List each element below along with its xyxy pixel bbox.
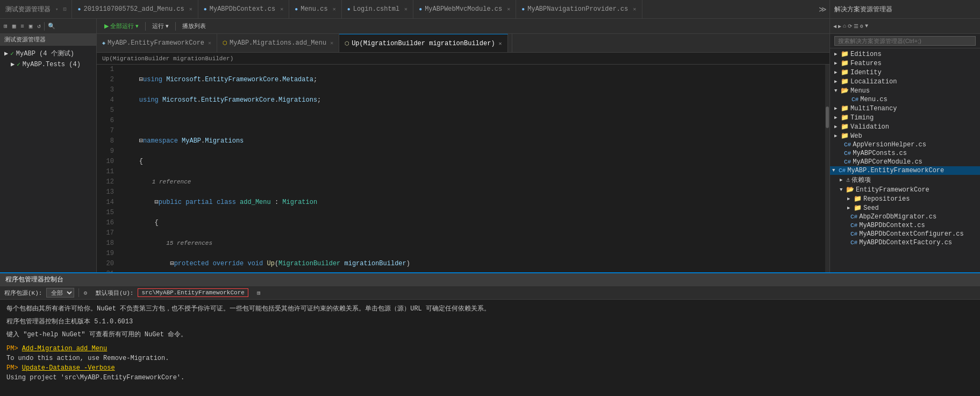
test-item-myabptests[interactable]: ▶ ✓ MyABP.Tests (4) xyxy=(2,59,94,69)
settings-icon[interactable]: ⚙ xyxy=(83,289,87,296)
test-item-myabp[interactable]: ▶ ✓ MyABP (4 个测试) xyxy=(2,48,94,59)
tree-item-seed[interactable]: ▶ 📁 Seed xyxy=(830,203,980,213)
test-panel-content: ▶ ✓ MyABP (4 个测试) ▶ ✓ MyABP.Tests (4) xyxy=(0,46,96,272)
code-line-1: ⊟using Microsoft.EntityFrameworkCore.Met… xyxy=(124,75,820,85)
solution-toolbar-forward[interactable]: ▶ xyxy=(838,23,841,30)
tree-item-identity[interactable]: ▶ 📁 Identity xyxy=(830,68,980,77)
bottom-panel-title: 程序包管理器控制台 xyxy=(5,275,63,284)
tree-item-timing[interactable]: ▶ 📁 Timing xyxy=(830,113,980,122)
tree-item-efcore-project[interactable]: ▼ C# MyABP.EntityFrameworkCore xyxy=(830,166,980,175)
folder-icon: 📁 xyxy=(841,68,849,76)
tab-close[interactable]: ✕ xyxy=(333,6,336,12)
toolbar-icon-3[interactable]: ≡ xyxy=(19,22,26,31)
tree-item-abpzeromigrator[interactable]: C# AbpZeroDbMigrator.cs xyxy=(830,213,980,221)
tree-item-multitenancy[interactable]: ▶ 📁 MultiTenancy xyxy=(830,104,980,113)
bottom-panel: 程序包管理器控制台 程序包源(K): 全部 ⚙ 默认项目(U): src\MyA… xyxy=(0,272,980,396)
close-icon[interactable]: ✕ xyxy=(208,40,211,46)
close-icon[interactable]: ✕ xyxy=(330,40,333,46)
tab-close[interactable]: ⊡ xyxy=(63,6,66,12)
test-panel-header: 测试资源管理器 xyxy=(0,34,96,46)
run-all-icon: ▶ xyxy=(104,23,109,30)
expand-arrow: ▶ xyxy=(834,105,840,111)
editor-tab-migration[interactable]: ⬡ MyABP.Migrations.add_Menu ✕ xyxy=(217,34,339,52)
playlist-button[interactable]: 播放列表 xyxy=(179,21,209,31)
tree-item-editions[interactable]: ▶ 📁 Editions xyxy=(830,49,980,59)
run-button[interactable]: 运行 ▾ xyxy=(149,21,172,31)
tree-item-dbcontextconfigurer[interactable]: C# MyABPDbContextConfigurer.cs xyxy=(830,230,980,238)
tree-item-menu-cs[interactable]: C# Menu.cs xyxy=(830,95,980,104)
solution-toolbar-filter[interactable]: ☰ xyxy=(854,23,859,30)
solution-search-input[interactable] xyxy=(834,36,976,46)
solution-toolbar-sync[interactable]: ⟳ xyxy=(848,23,852,30)
solution-toolbar-props[interactable]: ⚙ xyxy=(860,23,863,30)
tree-item-appversion[interactable]: C# AppVersionHelper.cs xyxy=(830,140,980,149)
item-label: MyABPDbContextConfigurer.cs xyxy=(859,230,963,238)
tab-close[interactable]: ✕ xyxy=(633,6,636,12)
cs-icon: ● xyxy=(77,6,81,12)
item-label: Menu.cs xyxy=(860,96,887,103)
folder-open-icon: 📂 xyxy=(846,186,854,194)
pm-prompt-1: PM> xyxy=(6,345,22,352)
console-icon[interactable]: ⊞ xyxy=(257,289,261,296)
editor-tab-efcore[interactable]: ◈ MyABP.EntityFrameworkCore ✕ xyxy=(97,34,217,52)
editor-tab-up-method[interactable]: ⬡ Up(MigrationBuilder migrationBuilder) … xyxy=(339,34,507,52)
tab-dbcontext[interactable]: ● MyABPDbContext.cs ✕ xyxy=(198,0,289,18)
search-icon[interactable]: 🔍 xyxy=(46,22,57,31)
tab-close[interactable]: ✕ xyxy=(404,6,407,12)
tree-item-coremodule[interactable]: C# MyABPCoreModule.cs xyxy=(830,158,980,166)
tree-item-deps[interactable]: ▶ ⚓ 依赖项 xyxy=(830,175,980,185)
tab-menu[interactable]: ● Menu.cs ✕ xyxy=(289,0,341,18)
top-tab-bar: 测试资源管理器 ▾ ⊡ ● 20191107005752_add_Menu.cs… xyxy=(0,0,980,19)
tree-item-web[interactable]: ▶ 📁 Web xyxy=(830,131,980,140)
breadcrumb-text: Up(MigrationBuilder migrationBuilder) xyxy=(102,55,233,62)
tree-item-dbcontextfactory[interactable]: C# MyABPDbContextFactory.cs xyxy=(830,238,980,247)
folder-icon: 📁 xyxy=(841,77,849,86)
spacer3 xyxy=(6,340,974,344)
tree-item-validation[interactable]: ▶ 📁 Validation xyxy=(830,122,980,131)
tab-close[interactable]: ✕ xyxy=(507,6,510,12)
item-label: Identity xyxy=(850,69,882,76)
tree-item-localization[interactable]: ▶ 📁 Localization xyxy=(830,77,980,86)
tab-close[interactable]: ✕ xyxy=(280,6,283,12)
item-label: Menus xyxy=(850,87,870,95)
toolbar-icon-1[interactable]: ⊞ xyxy=(2,22,9,31)
test-label: MyABP.Tests (4) xyxy=(23,61,81,68)
item-label: AbpZeroDbMigrator.cs xyxy=(859,213,936,221)
tab-test-explorer[interactable]: 测试资源管理器 ▾ ⊡ xyxy=(0,0,72,18)
tab-overflow[interactable]: ≫ xyxy=(819,5,827,14)
pm-prompt-2: PM> xyxy=(6,364,22,372)
run-all-button[interactable]: ▶ 全部运行 ▾ xyxy=(101,21,142,31)
tree-item-features[interactable]: ▶ 📁 Features xyxy=(830,59,980,68)
tree-item-repos[interactable]: ▶ 📁 Repositories xyxy=(830,194,980,203)
toolbar-icon-2[interactable]: ▦ xyxy=(11,22,18,31)
tab-label: 20191107005752_add_Menu.cs xyxy=(83,5,184,13)
cs-file-icon: C# xyxy=(844,159,851,165)
tree-item-dbcontext[interactable]: C# MyABPDbContext.cs xyxy=(830,221,980,230)
cs-icon: ● xyxy=(204,6,207,12)
vertical-scrollbar[interactable] xyxy=(825,65,829,272)
solution-toolbar-back[interactable]: ◀ xyxy=(833,23,836,30)
version-line: 程序包管理器控制台主机版本 5.1.0.6013 xyxy=(6,317,974,327)
folder-icon: 📁 xyxy=(841,132,849,140)
tab-close[interactable]: ✕ xyxy=(189,6,192,12)
test-label: MyABP (4 个测试) xyxy=(16,49,74,58)
scroll-thumb[interactable] xyxy=(826,107,829,128)
solution-toolbar-more[interactable]: ▼ xyxy=(865,23,868,29)
source-select[interactable]: 全部 xyxy=(46,288,74,298)
test-explorer-panel: 测试资源管理器 ▶ ✓ MyABP (4 个测试) ▶ ✓ MyABP.Test… xyxy=(0,34,97,272)
tree-item-consts[interactable]: C# MyABPConsts.cs xyxy=(830,149,980,158)
toolbar-icon-5[interactable]: ↺ xyxy=(35,22,42,31)
tab-login[interactable]: ● Login.cshtml ✕ xyxy=(342,0,413,18)
tab-navprovider[interactable]: ● MyABPNavigationProvider.cs ✕ xyxy=(516,0,642,18)
tree-item-efcore-folder[interactable]: ▼ 📂 EntityFrameworkCore xyxy=(830,185,980,194)
help-line: 键入 "get-help NuGet" 可查看所有可用的 NuGet 命令。 xyxy=(6,330,974,340)
tab-migration-file[interactable]: ● 20191107005752_add_Menu.cs ✕ xyxy=(72,0,198,18)
code-content[interactable]: ⊟using Microsoft.EntityFrameworkCore.Met… xyxy=(118,65,825,272)
close-icon[interactable]: ✕ xyxy=(499,40,502,47)
toolbar-icon-4[interactable]: ▣ xyxy=(27,22,34,31)
item-label: MyABPDbContext.cs xyxy=(859,222,925,229)
tab-webmvc[interactable]: ● MyABPWebMvcModule.cs ✕ xyxy=(413,0,516,18)
migration-icon: ⬡ xyxy=(223,40,227,46)
tree-item-menus[interactable]: ▼ 📂 Menus xyxy=(830,86,980,95)
solution-toolbar-home[interactable]: ⌂ xyxy=(843,23,846,29)
